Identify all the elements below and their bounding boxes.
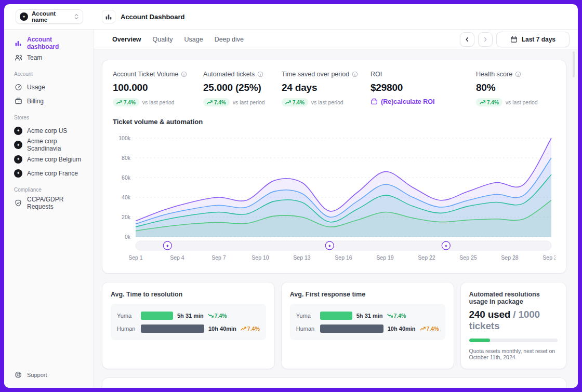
sidebar-item-usage[interactable]: Usage (4, 80, 93, 94)
x-axis-tick: Sep 4 (170, 254, 184, 261)
gauge-icon (14, 84, 22, 91)
stat-value: $29800 (371, 82, 476, 93)
x-axis-tick: Sep 13 (293, 254, 310, 261)
trend-up-badge: 7.4% (241, 326, 260, 332)
sidebar-item-label: Acme corp US (27, 127, 67, 134)
y-axis-tick: 60k (122, 174, 131, 181)
stat-value: 100.000 (113, 82, 203, 93)
sidebar-item-store-acme-belgium[interactable]: ✦ Acme corp Belgium (4, 152, 93, 166)
account-selector[interactable]: ✦ Account name (16, 9, 83, 24)
trend-up-badge: 7.4% (420, 326, 439, 332)
sidebar-item-label: Usage (27, 84, 45, 91)
trend-caption: vs last period (142, 99, 175, 105)
stat-account-ticket-volume: Account Ticket Volume 100.000 7.4% vs la… (113, 71, 203, 106)
sidebar-item-store-acme-scandinavia[interactable]: ✦ Acme corp Scandinavia (4, 138, 93, 152)
avg-time-to-resolution-card: Avg. Time to resolution Yuma 5h 31 min 7… (102, 282, 275, 369)
recalculate-roi-button[interactable]: (Re)calculate ROI (371, 98, 476, 105)
trending-down-icon (208, 313, 214, 318)
x-axis-tick: Sep 7 (211, 254, 226, 261)
sparkle-icon: ✦ (328, 244, 332, 249)
people-icon (14, 54, 22, 61)
sparkle-icon: ✦ (166, 244, 170, 249)
tab-bar: Overview Quality Usage Deep dive (94, 30, 578, 49)
prev-period-button[interactable] (460, 32, 474, 47)
scrollbar-thumb[interactable] (573, 51, 575, 77)
calendar-icon (510, 36, 518, 43)
tab-quality[interactable]: Quality (153, 36, 173, 43)
stat-label: Health score (476, 71, 512, 78)
sidebar-item-store-acme-france[interactable]: ✦ Acme corp France (4, 166, 93, 180)
y-axis-tick: 20k (122, 214, 131, 220)
sidebar-item-account-dashboard[interactable]: Account dashboard (4, 36, 93, 50)
sidebar-item-label: Acme corp France (27, 170, 78, 177)
trend-badge: 7.4% (282, 98, 308, 106)
wallet-icon (371, 98, 378, 105)
tab-deep-dive[interactable]: Deep dive (215, 36, 244, 43)
main-area: Overview Quality Usage Deep dive (94, 30, 578, 388)
wallet-icon (14, 98, 22, 105)
y-axis-tick: 80k (122, 155, 131, 161)
volume-by-label: Volume and automation by (113, 386, 193, 388)
x-axis-tick: Sep 31 (543, 254, 555, 261)
quota-progress-bar (469, 339, 558, 342)
trend-badge: 7.4% (476, 98, 502, 106)
x-axis-tick: Sep 28 (501, 254, 518, 261)
stat-value: 24 days (282, 82, 371, 93)
trend-down-badge: 7.4% (387, 313, 406, 319)
x-axis-tick: Sep 19 (376, 254, 393, 261)
y-axis-tick: 0k (125, 234, 131, 240)
trending-down-icon (387, 313, 393, 318)
info-icon[interactable] (181, 71, 187, 77)
x-axis-tick: Sep 16 (335, 254, 352, 261)
tab-overview[interactable]: Overview (112, 36, 141, 43)
trend-badge: 7.4% (203, 98, 230, 106)
human-bar (320, 325, 383, 333)
stat-automated-tickets: Automated tickets 25.000 (25%) 7.4% vs l… (203, 71, 282, 106)
sidebar-item-store-acme-us[interactable]: ✦ Acme corp US (4, 124, 93, 138)
sort-chevrons-icon (74, 13, 79, 20)
trend-badge: 7.4% (113, 98, 139, 106)
mini-bar-chart: Yuma 5h 31 min 7.4% Human (290, 304, 445, 340)
stat-label: ROI (371, 71, 382, 78)
quota-progress-fill (469, 339, 491, 342)
x-axis-tick: Sep 10 (252, 254, 269, 261)
bar-row-yuma: Yuma 5h 31 min 7.4% (296, 309, 439, 322)
sidebar-section-account: Account (4, 64, 93, 80)
sparkle-icon: ✦ (444, 244, 448, 249)
trend-down-badge: 7.4% (208, 313, 227, 319)
mini-bar-chart: Yuma 5h 31 min 7.4% Human (111, 304, 266, 340)
info-icon[interactable] (257, 71, 263, 77)
app-window: ✦ Account name Account Dashboard (4, 4, 578, 388)
sidebar-item-team[interactable]: Team (4, 50, 93, 64)
date-range-label: Last 7 days (522, 36, 555, 43)
stat-label: Account Ticket Volume (113, 71, 178, 78)
trending-up-icon (420, 326, 426, 331)
date-range-button[interactable]: Last 7 days (496, 32, 570, 47)
sidebar-item-label: Acme corp Scandinavia (27, 138, 83, 152)
metrics-cards-row: Avg. Time to resolution Yuma 5h 31 min 7… (102, 282, 566, 369)
sidebar-item-label: Support (27, 372, 47, 378)
next-period-button[interactable] (478, 32, 493, 47)
stat-roi: ROI $29800 (Re)calculate ROI (371, 71, 476, 106)
page-title: Account Dashboard (121, 13, 185, 21)
sidebar-section-compliance: Compliance (4, 180, 93, 196)
store-sparkle-icon: ✦ (14, 155, 22, 164)
avg-first-response-card: Avg. First response time Yuma 5h 31 min … (281, 282, 454, 369)
stat-time-saved: Time saved over period 24 days 7.4% vs l… (282, 71, 371, 106)
store-dropdown[interactable]: store (195, 386, 219, 388)
sidebar-item-ccpa-gdpr[interactable]: CCPA/GDPR Requests (4, 196, 93, 210)
sidebar-item-billing[interactable]: Billing (4, 94, 93, 108)
info-icon[interactable] (515, 71, 521, 77)
x-axis-tick: Sep 25 (459, 254, 477, 261)
stat-label: Time saved over period (282, 71, 349, 78)
sidebar-item-label: Team (27, 54, 42, 61)
y-axis-tick: 100k (118, 135, 131, 141)
sidebar-item-support[interactable]: Support (4, 368, 93, 382)
stat-health-score: Health score 80% 7.4% vs last period (476, 71, 555, 106)
store-sparkle-icon: ✦ (14, 169, 22, 178)
automation-quota-card: Automated resolutions usage in package 2… (460, 282, 567, 369)
sidebar-item-label: Account dashboard (27, 36, 83, 50)
info-icon[interactable] (352, 71, 358, 77)
tab-usage[interactable]: Usage (184, 36, 203, 43)
x-axis-tick: Sep 22 (418, 254, 435, 261)
